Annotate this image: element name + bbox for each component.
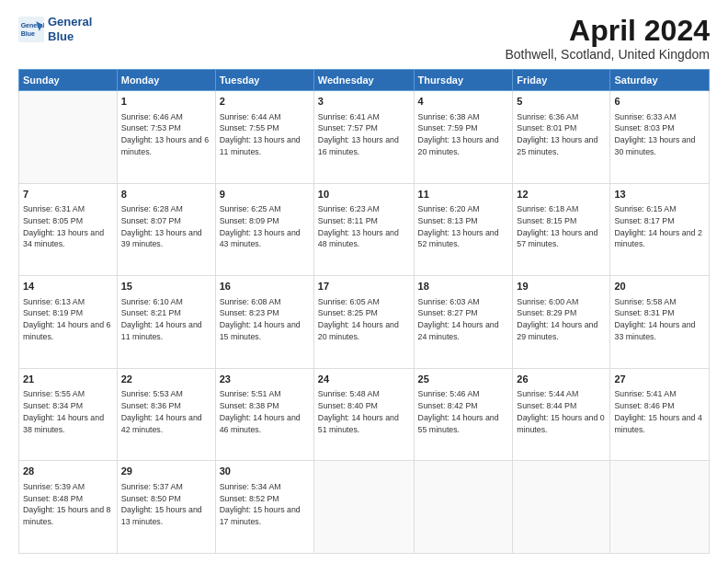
day-info: Sunrise: 5:34 AMSunset: 8:52 PMDaylight:… [220, 481, 310, 528]
calendar-cell [513, 461, 610, 554]
day-info: Sunrise: 6:36 AMSunset: 8:01 PMDaylight:… [517, 111, 606, 158]
day-number: 14 [23, 280, 113, 293]
calendar-cell: 25Sunrise: 5:46 AMSunset: 8:42 PMDayligh… [414, 368, 513, 461]
calendar-cell: 4Sunrise: 6:38 AMSunset: 7:59 PMDaylight… [414, 91, 513, 184]
day-info: Sunrise: 6:46 AMSunset: 7:53 PMDaylight:… [121, 111, 211, 158]
day-info: Sunrise: 5:48 AMSunset: 8:40 PMDaylight:… [318, 388, 410, 435]
calendar-cell: 14Sunrise: 6:13 AMSunset: 8:19 PMDayligh… [19, 276, 118, 369]
title-block: April 2024 Bothwell, Scotland, United Ki… [505, 15, 710, 62]
day-number: 24 [318, 373, 410, 386]
day-info: Sunrise: 6:18 AMSunset: 8:15 PMDaylight:… [517, 203, 606, 250]
calendar-cell: 18Sunrise: 6:03 AMSunset: 8:27 PMDayligh… [414, 276, 513, 369]
calendar-cell [414, 461, 513, 554]
calendar-cell: 12Sunrise: 6:18 AMSunset: 8:15 PMDayligh… [513, 183, 610, 276]
day-number: 7 [23, 188, 113, 201]
day-info: Sunrise: 6:25 AMSunset: 8:09 PMDaylight:… [220, 203, 310, 250]
calendar-cell: 10Sunrise: 6:23 AMSunset: 8:11 PMDayligh… [313, 183, 414, 276]
calendar-cell: 3Sunrise: 6:41 AMSunset: 7:57 PMDaylight… [313, 91, 414, 184]
week-row-5: 28Sunrise: 5:39 AMSunset: 8:48 PMDayligh… [19, 461, 710, 554]
day-info: Sunrise: 6:33 AMSunset: 8:03 PMDaylight:… [614, 111, 705, 158]
calendar-cell: 29Sunrise: 5:37 AMSunset: 8:50 PMDayligh… [117, 461, 215, 554]
day-header-sunday: Sunday [19, 70, 118, 91]
logo-icon: General Blue [18, 17, 44, 42]
calendar-cell: 28Sunrise: 5:39 AMSunset: 8:48 PMDayligh… [19, 461, 118, 554]
svg-text:Blue: Blue [21, 30, 35, 37]
day-number: 3 [318, 95, 410, 109]
day-number: 2 [220, 95, 310, 109]
logo-text-general: General [48, 15, 92, 29]
calendar-header: SundayMondayTuesdayWednesdayThursdayFrid… [19, 70, 710, 91]
day-header-saturday: Saturday [610, 70, 710, 91]
day-number: 22 [121, 373, 211, 386]
day-info: Sunrise: 5:39 AMSunset: 8:48 PMDaylight:… [23, 481, 113, 528]
calendar-cell: 26Sunrise: 5:44 AMSunset: 8:44 PMDayligh… [513, 368, 610, 461]
day-info: Sunrise: 6:05 AMSunset: 8:25 PMDaylight:… [318, 296, 410, 343]
logo: General Blue General Blue [18, 15, 92, 43]
calendar-cell: 22Sunrise: 5:53 AMSunset: 8:36 PMDayligh… [117, 368, 215, 461]
day-info: Sunrise: 6:20 AMSunset: 8:13 PMDaylight:… [418, 203, 509, 250]
calendar-cell: 24Sunrise: 5:48 AMSunset: 8:40 PMDayligh… [313, 368, 414, 461]
day-number: 12 [517, 188, 606, 201]
day-number: 11 [418, 188, 509, 201]
week-row-4: 21Sunrise: 5:55 AMSunset: 8:34 PMDayligh… [19, 368, 710, 461]
day-number: 20 [614, 280, 705, 293]
day-number: 26 [517, 373, 606, 386]
week-row-2: 7Sunrise: 6:31 AMSunset: 8:05 PMDaylight… [19, 183, 710, 276]
day-info: Sunrise: 6:10 AMSunset: 8:21 PMDaylight:… [121, 296, 211, 343]
day-number: 17 [318, 280, 410, 293]
day-number: 25 [418, 373, 509, 386]
day-info: Sunrise: 5:53 AMSunset: 8:36 PMDaylight:… [121, 388, 211, 435]
month-title: April 2024 [505, 15, 710, 47]
day-info: Sunrise: 5:46 AMSunset: 8:42 PMDaylight:… [418, 388, 509, 435]
calendar-cell: 7Sunrise: 6:31 AMSunset: 8:05 PMDaylight… [19, 183, 118, 276]
calendar-cell: 27Sunrise: 5:41 AMSunset: 8:46 PMDayligh… [610, 368, 710, 461]
week-row-1: 1Sunrise: 6:46 AMSunset: 7:53 PMDaylight… [19, 91, 710, 184]
day-info: Sunrise: 5:44 AMSunset: 8:44 PMDaylight:… [517, 388, 606, 435]
day-header-wednesday: Wednesday [313, 70, 414, 91]
calendar-cell: 6Sunrise: 6:33 AMSunset: 8:03 PMDaylight… [610, 91, 710, 184]
day-number: 18 [418, 280, 509, 293]
calendar-cell: 17Sunrise: 6:05 AMSunset: 8:25 PMDayligh… [313, 276, 414, 369]
calendar-cell [610, 461, 710, 554]
day-header-friday: Friday [513, 70, 610, 91]
calendar-cell: 21Sunrise: 5:55 AMSunset: 8:34 PMDayligh… [19, 368, 118, 461]
logo-text-blue: Blue [48, 29, 92, 44]
day-info: Sunrise: 5:37 AMSunset: 8:50 PMDaylight:… [121, 481, 211, 528]
calendar-cell: 13Sunrise: 6:15 AMSunset: 8:17 PMDayligh… [610, 183, 710, 276]
calendar-cell: 9Sunrise: 6:25 AMSunset: 8:09 PMDaylight… [215, 183, 313, 276]
calendar-cell: 23Sunrise: 5:51 AMSunset: 8:38 PMDayligh… [215, 368, 313, 461]
calendar-cell: 1Sunrise: 6:46 AMSunset: 7:53 PMDaylight… [117, 91, 215, 184]
day-number: 9 [220, 188, 310, 201]
day-number: 30 [220, 465, 310, 478]
calendar-cell: 30Sunrise: 5:34 AMSunset: 8:52 PMDayligh… [215, 461, 313, 554]
day-number: 1 [121, 95, 211, 109]
day-number: 28 [23, 465, 113, 478]
day-number: 23 [220, 373, 310, 386]
day-info: Sunrise: 6:15 AMSunset: 8:17 PMDaylight:… [614, 203, 705, 250]
day-number: 4 [418, 95, 509, 109]
week-row-3: 14Sunrise: 6:13 AMSunset: 8:19 PMDayligh… [19, 276, 710, 369]
day-number: 5 [517, 95, 606, 109]
location: Bothwell, Scotland, United Kingdom [505, 47, 710, 62]
day-number: 10 [318, 188, 410, 201]
day-number: 8 [121, 188, 211, 201]
day-info: Sunrise: 6:00 AMSunset: 8:29 PMDaylight:… [517, 296, 606, 343]
day-info: Sunrise: 6:41 AMSunset: 7:57 PMDaylight:… [318, 111, 410, 158]
days-header-row: SundayMondayTuesdayWednesdayThursdayFrid… [19, 70, 710, 91]
day-info: Sunrise: 6:38 AMSunset: 7:59 PMDaylight:… [418, 111, 509, 158]
day-info: Sunrise: 6:44 AMSunset: 7:55 PMDaylight:… [220, 111, 310, 158]
day-info: Sunrise: 6:23 AMSunset: 8:11 PMDaylight:… [318, 203, 410, 250]
day-info: Sunrise: 5:58 AMSunset: 8:31 PMDaylight:… [614, 296, 705, 343]
day-header-monday: Monday [117, 70, 215, 91]
day-number: 13 [614, 188, 705, 201]
calendar-cell: 2Sunrise: 6:44 AMSunset: 7:55 PMDaylight… [215, 91, 313, 184]
calendar-table: SundayMondayTuesdayWednesdayThursdayFrid… [18, 69, 710, 554]
calendar-cell: 8Sunrise: 6:28 AMSunset: 8:07 PMDaylight… [117, 183, 215, 276]
calendar-cell: 15Sunrise: 6:10 AMSunset: 8:21 PMDayligh… [117, 276, 215, 369]
calendar-cell: 19Sunrise: 6:00 AMSunset: 8:29 PMDayligh… [513, 276, 610, 369]
calendar-cell: 16Sunrise: 6:08 AMSunset: 8:23 PMDayligh… [215, 276, 313, 369]
day-number: 15 [121, 280, 211, 293]
day-info: Sunrise: 6:31 AMSunset: 8:05 PMDaylight:… [23, 203, 113, 250]
calendar-cell: 11Sunrise: 6:20 AMSunset: 8:13 PMDayligh… [414, 183, 513, 276]
day-info: Sunrise: 5:51 AMSunset: 8:38 PMDaylight:… [220, 388, 310, 435]
